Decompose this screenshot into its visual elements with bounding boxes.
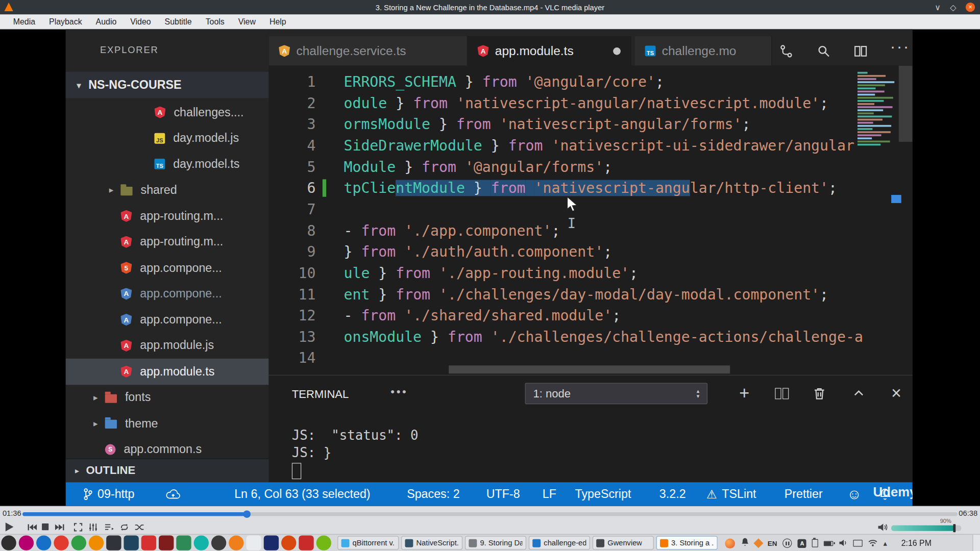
code-line[interactable]: 7 bbox=[269, 198, 913, 220]
terminal-tab[interactable]: TERMINAL bbox=[292, 388, 349, 401]
launcher-icon[interactable] bbox=[229, 535, 243, 550]
tab-challenge-mo[interactable]: TSchallenge.mo bbox=[635, 36, 772, 66]
explorer-item-challenges....[interactable]: Achallenges.... bbox=[66, 99, 269, 126]
app-tray-icon[interactable]: A bbox=[798, 539, 806, 547]
feedback-smiley-icon[interactable]: ☺ bbox=[847, 482, 862, 506]
tray-expander-icon[interactable]: ▴ bbox=[884, 540, 887, 546]
launcher-icon[interactable] bbox=[106, 535, 121, 550]
volume-knob[interactable] bbox=[953, 524, 955, 532]
launcher-icon[interactable] bbox=[281, 535, 296, 550]
previous-button[interactable] bbox=[28, 523, 37, 531]
taskbar-window-challenge-ed-[interactable]: challenge-ed... bbox=[529, 536, 590, 550]
display-tray-icon[interactable] bbox=[853, 540, 863, 546]
explorer-item-app-routing.m...[interactable]: Aapp-routing.m... bbox=[66, 229, 269, 255]
new-terminal-icon[interactable]: + bbox=[734, 384, 754, 404]
open-changes-icon[interactable] bbox=[778, 43, 794, 59]
explorer-item-day.model.ts[interactable]: TSday.model.ts bbox=[66, 151, 269, 177]
search-editor-icon[interactable] bbox=[816, 43, 832, 59]
code-line[interactable]: 3ormsModule } from 'nativescript-angular… bbox=[269, 114, 913, 135]
terminal-more-icon[interactable]: ••• bbox=[390, 386, 408, 399]
twistie-icon[interactable]: ▸ bbox=[86, 418, 105, 429]
clipboard-tray-icon[interactable] bbox=[812, 539, 818, 547]
launcher-icon[interactable] bbox=[194, 535, 209, 550]
terminal-select[interactable]: 1: node ▴▾ bbox=[525, 383, 708, 405]
vlc-titlebar[interactable]: 3. Storing a New Challenge in the Databa… bbox=[0, 0, 980, 14]
menu-view[interactable]: View bbox=[231, 14, 262, 29]
split-terminal-icon[interactable] bbox=[772, 384, 792, 404]
launcher-icon[interactable] bbox=[54, 535, 68, 550]
code-line[interactable]: 1ERRORS_SCHEMA } from '@angular/core'; bbox=[269, 71, 913, 93]
taskbar-window-3-storing-a-[interactable]: 3. Storing a ... bbox=[656, 536, 718, 550]
code-area[interactable]: 1ERRORS_SCHEMA } from '@angular/core';2o… bbox=[269, 66, 913, 375]
explorer-item-app.compone...[interactable]: 5app.compone... bbox=[66, 255, 269, 281]
indentation-item[interactable]: Spaces: 2 bbox=[407, 482, 459, 506]
video-area[interactable]: EXPLORER ▾ NS-NG-COURSE Achallenges....J… bbox=[0, 30, 980, 506]
encoding-item[interactable]: UTF-8 bbox=[486, 482, 520, 506]
next-button[interactable] bbox=[55, 523, 64, 531]
git-branch-item[interactable]: 09-http bbox=[83, 482, 135, 506]
menu-help[interactable]: Help bbox=[262, 14, 293, 29]
code-line[interactable]: 10ule } from './app-routing.module'; bbox=[269, 262, 913, 284]
vertical-scrollbar[interactable] bbox=[899, 66, 913, 142]
launcher-icon[interactable] bbox=[19, 535, 34, 550]
maximize-panel-icon[interactable] bbox=[849, 384, 869, 404]
publish-changes-item[interactable] bbox=[165, 482, 180, 506]
firefox-tray-icon[interactable] bbox=[725, 538, 735, 548]
eol-item[interactable]: LF bbox=[543, 482, 556, 506]
fullscreen-button[interactable] bbox=[74, 523, 82, 532]
code-line[interactable]: 13onsModule } from './challenges/challen… bbox=[269, 326, 913, 347]
play-button[interactable] bbox=[4, 521, 14, 532]
clock[interactable]: 2:16 PM bbox=[901, 535, 932, 551]
notification-bell-icon[interactable] bbox=[741, 537, 749, 549]
extended-settings-button[interactable] bbox=[89, 523, 97, 532]
launcher-icon[interactable] bbox=[264, 535, 279, 550]
prettier-item[interactable]: Prettier bbox=[785, 482, 823, 506]
code-line[interactable]: 4SideDrawerModule } from 'nativescript-u… bbox=[269, 135, 913, 156]
taskbar-window-qbittorrent-v-[interactable]: qBittorrent v... bbox=[337, 536, 399, 550]
explorer-item-fonts[interactable]: ▸fonts bbox=[66, 385, 269, 411]
maximize-button[interactable]: ◇ bbox=[950, 1, 956, 14]
launcher-icon[interactable] bbox=[71, 535, 86, 550]
launcher-icon[interactable] bbox=[159, 535, 174, 550]
tab-challenge-service-ts[interactable]: Achallenge.service.ts bbox=[269, 36, 468, 66]
launcher-icon[interactable] bbox=[141, 535, 156, 550]
media-pause-tray-icon[interactable] bbox=[782, 539, 792, 548]
menu-video[interactable]: Video bbox=[124, 14, 158, 29]
launcher-icon[interactable] bbox=[89, 535, 104, 550]
cursor-position[interactable]: Ln 6, Col 63 (33 selected) bbox=[234, 482, 370, 506]
split-editor-icon[interactable] bbox=[852, 43, 869, 59]
battery-tray-icon[interactable] bbox=[824, 541, 833, 546]
code-line[interactable]: 6tpClientModule } from 'nativescript-ang… bbox=[269, 178, 913, 199]
more-actions-icon[interactable]: ··· bbox=[892, 38, 908, 55]
terminal-output[interactable]: JS: "status": 0JS: } bbox=[292, 427, 419, 462]
ts-version-item[interactable]: 3.2.2 bbox=[659, 482, 686, 506]
twistie-icon[interactable]: ▸ bbox=[86, 392, 105, 403]
minimize-button[interactable]: ∨ bbox=[935, 1, 941, 14]
explorer-item-app-routing.m...[interactable]: Aapp-routing.m... bbox=[66, 203, 269, 229]
menu-tools[interactable]: Tools bbox=[199, 14, 231, 29]
explorer-item-theme[interactable]: ▸theme bbox=[66, 410, 269, 436]
tab-app-module-ts[interactable]: Aapp.module.ts bbox=[468, 36, 631, 66]
show-desktop-button[interactable] bbox=[972, 535, 980, 551]
update-tray-icon[interactable] bbox=[753, 538, 763, 548]
language-mode-item[interactable]: TypeScript bbox=[575, 482, 631, 506]
volume-slider[interactable] bbox=[891, 525, 961, 531]
keyboard-layout-indicator[interactable]: EN bbox=[768, 539, 777, 547]
twistie-icon[interactable]: ▸ bbox=[102, 185, 121, 195]
code-line[interactable]: 12- from './shared/shared.module'; bbox=[269, 305, 913, 327]
audio-tray-icon[interactable] bbox=[839, 538, 848, 549]
network-tray-icon[interactable] bbox=[868, 538, 877, 549]
kill-terminal-icon[interactable] bbox=[810, 384, 829, 404]
code-line[interactable]: 2odule } from 'nativescript-angular/nati… bbox=[269, 92, 913, 114]
close-button[interactable]: × bbox=[966, 3, 975, 12]
shuffle-button[interactable] bbox=[135, 523, 143, 531]
menu-audio[interactable]: Audio bbox=[89, 14, 124, 29]
explorer-item-app.module.ts[interactable]: Aapp.module.ts bbox=[66, 359, 269, 385]
playlist-button[interactable] bbox=[105, 523, 114, 531]
close-panel-icon[interactable]: × bbox=[886, 384, 906, 404]
loop-button[interactable] bbox=[120, 523, 129, 531]
launcher-icon[interactable] bbox=[316, 535, 331, 550]
menu-media[interactable]: Media bbox=[6, 14, 42, 29]
volume-icon[interactable] bbox=[877, 523, 888, 532]
seek-knob[interactable] bbox=[243, 510, 251, 518]
